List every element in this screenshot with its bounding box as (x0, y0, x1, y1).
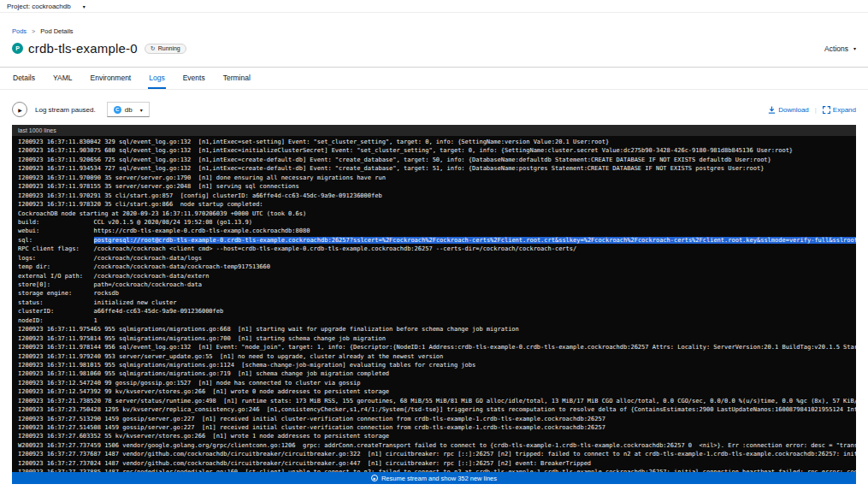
log-line: W200923 16:37:27.737459 1506 vendor/goog… (18, 441, 856, 450)
stream-status-text: Log stream paused. (35, 106, 96, 114)
container-select[interactable]: C db ▾ (107, 102, 150, 117)
log-line: I200923 16:37:11.978144 956 sql/event_lo… (18, 343, 856, 351)
breadcrumb: Pods > Pod Details (12, 27, 856, 35)
log-line: nodeID: 1 (18, 316, 856, 325)
tab-events[interactable]: Events (182, 68, 206, 89)
expand-icon (823, 106, 830, 114)
resume-stream-bar[interactable]: ▶ Resume stream and show 352 new lines (12, 472, 856, 484)
log-line: temp dir: /cockroach/cockroach-data/cock… (18, 263, 856, 271)
log-line: I200923 16:37:27.737024 1487 vendor/gith… (18, 459, 856, 468)
log-line: I200923 16:37:27.737885 1487 rpc/nodedia… (18, 468, 856, 472)
tab-bar: Details YAML Environment Logs Events Ter… (0, 68, 868, 90)
project-selector[interactable]: Project: cockroachdb (7, 3, 71, 10)
log-line-count-header: last 1000 lines (12, 125, 856, 136)
status-badge: ↻ Running (145, 44, 186, 54)
container-badge-icon: C (114, 106, 121, 114)
log-line: logs: /cockroach/cockroach-data/logs (18, 254, 856, 263)
log-line: CockroachDB node starting at 2020-09-23 … (18, 210, 856, 218)
log-line: I200923 16:37:27.514508 1459 gossip/serv… (18, 423, 856, 432)
log-line: I200923 16:37:12.547392 99 kv/kvserver/s… (18, 387, 856, 396)
actions-dropdown[interactable]: Actions ▾ (824, 44, 856, 53)
status-badge-label: Running (158, 45, 180, 51)
log-line: clusterID: a66ffe4d-cc63-45dc-9a9e-09123… (18, 307, 856, 316)
page-title: crdb-tls-example-0 (28, 41, 138, 56)
breadcrumb-current: Pod Details (40, 27, 73, 35)
log-line: I200923 16:37:11.903075 680 sql/event_lo… (18, 146, 856, 155)
log-line: external I/O path: /cockroach/cockroach-… (18, 272, 856, 280)
caret-down-icon: ▾ (83, 3, 86, 9)
log-line: I200923 16:37:23.750428 1295 kv/kvserver… (18, 405, 856, 414)
resume-play-icon: ▶ (371, 475, 378, 481)
log-line: I200923 16:37:11.981060 955 sqlmigration… (18, 369, 856, 378)
log-line: I200923 16:37:11.830042 329 sql/event_lo… (18, 138, 856, 146)
container-select-value: db (125, 106, 133, 114)
log-line: I200923 16:37:27.737687 1487 vendor/gith… (18, 450, 856, 458)
pod-title-row: P crdb-tls-example-0 ↻ Running Actions ▾ (12, 41, 856, 56)
tab-details[interactable]: Details (12, 68, 36, 89)
log-line: I200923 16:37:11.970090 35 server/server… (18, 174, 856, 182)
log-line: webui: https://crdb-tls-example-0.crdb-t… (18, 227, 856, 235)
download-icon (768, 106, 776, 114)
caret-down-icon: ▾ (140, 107, 143, 113)
download-link[interactable]: Download (768, 106, 809, 114)
sync-icon: ↻ (151, 45, 156, 52)
log-line: I200923 16:37:12.547240 99 gossip/gossip… (18, 379, 856, 387)
log-line: I200923 16:37:11.970291 35 cli/start.go:… (18, 192, 856, 200)
actions-label: Actions (824, 44, 848, 53)
log-line: I200923 16:37:11.975814 955 sqlmigration… (18, 334, 856, 343)
tab-logs[interactable]: Logs (148, 68, 165, 89)
log-toolbar-right: Download | Expand (768, 106, 856, 114)
play-icon: ▶ (18, 107, 22, 113)
log-line: storage engine: rocksdb (18, 289, 856, 298)
log-line: I200923 16:37:27.603352 55 kv/kvserver/s… (18, 432, 856, 440)
log-line: build: CCL v20.1.5 @ 2020/08/24 19:52:08… (18, 218, 856, 227)
log-line: RPC client flags: /cockroach/cockroach <… (18, 245, 856, 253)
log-line: sql: postgresql://root@crdb-tls-example-… (18, 236, 856, 245)
project-selector-bar: Project: cockroachdb ▾ (0, 0, 868, 13)
expand-label: Expand (833, 106, 856, 114)
tab-environment[interactable]: Environment (90, 68, 133, 89)
log-line: I200923 16:37:11.978155 35 server/server… (18, 182, 856, 191)
log-line: store[0]: path=/cockroach/cockroach-data (18, 280, 856, 289)
expand-link[interactable]: Expand (823, 106, 856, 114)
log-line: I200923 16:37:11.975465 955 sqlmigration… (18, 325, 856, 334)
tab-yaml[interactable]: YAML (52, 68, 74, 89)
resume-stream-button[interactable]: ▶ (12, 102, 27, 117)
caret-down-icon: ▾ (853, 45, 856, 51)
resume-bar-label: Resume stream and show 352 new lines (381, 475, 497, 482)
breadcrumb-pods-link[interactable]: Pods (12, 27, 27, 35)
log-line: I200923 16:37:27.513290 1459 gossip/serv… (18, 415, 856, 423)
log-body[interactable]: I200923 16:37:11.830042 329 sql/event_lo… (12, 136, 856, 472)
breadcrumb-separator: > (32, 28, 35, 34)
tab-terminal[interactable]: Terminal (222, 68, 251, 89)
toolbar-separator: | (815, 106, 817, 114)
log-line: I200923 16:37:21.738520 78 server/status… (18, 397, 856, 405)
selected-log-text: postgresql://root@crdb-tls-example-0.crd… (94, 237, 856, 244)
log-viewer: last 1000 lines I200923 16:37:11.830042 … (12, 125, 856, 484)
log-line: I200923 16:37:11.979240 953 server/serve… (18, 352, 856, 361)
log-toolbar: ▶ Log stream paused. C db ▾ Download | E… (0, 90, 868, 125)
log-line: I200923 16:37:11.920656 725 sql/event_lo… (18, 156, 856, 164)
log-line: I200923 16:37:11.981015 955 sqlmigration… (18, 361, 856, 369)
pod-badge: P (12, 43, 23, 54)
download-label: Download (778, 106, 809, 114)
log-line: I200923 16:37:11.934534 727 sql/event_lo… (18, 164, 856, 173)
log-line: I200923 16:37:11.978320 35 cli/start.go:… (18, 200, 856, 209)
log-line: status: initialized new cluster (18, 298, 856, 307)
